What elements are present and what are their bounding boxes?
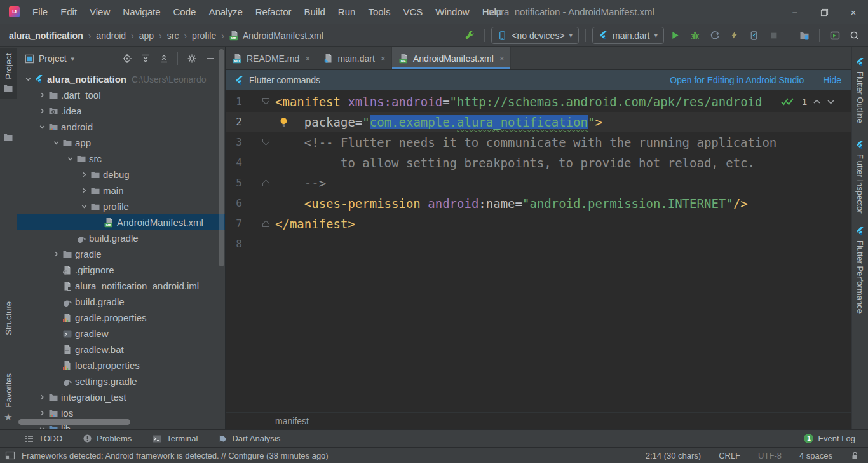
- tree-item-main[interactable]: main: [17, 183, 225, 198]
- tree-item-debug[interactable]: debug: [17, 167, 225, 183]
- tree-item-gradlew-bat[interactable]: gradlew.bat: [17, 342, 225, 357]
- chevron-closed-icon[interactable]: [78, 183, 90, 198]
- intention-bulb-icon[interactable]: [279, 117, 288, 127]
- open-in-android-studio-link[interactable]: Open for Editing in Android Studio: [670, 75, 804, 85]
- breadcrumb-item[interactable]: src: [167, 31, 179, 41]
- tree-item-app[interactable]: app: [17, 135, 225, 151]
- sidebar-tab-project[interactable]: Project: [0, 48, 17, 99]
- tree-item-androidmanifest-xml[interactable]: MFAndroidManifest.xml: [17, 214, 225, 230]
- menu-analyze[interactable]: Analyze: [202, 0, 248, 24]
- debug-button[interactable]: [686, 27, 703, 44]
- line-ending[interactable]: CRLF: [719, 451, 740, 460]
- chevron-closed-icon[interactable]: [36, 389, 48, 405]
- project-view-selector[interactable]: Project ▾: [25, 53, 74, 64]
- indent-setting[interactable]: 4 spaces: [799, 451, 832, 460]
- tree-item-profile[interactable]: profile: [17, 198, 225, 214]
- tree-item--dart-tool[interactable]: .dart_tool: [17, 87, 225, 103]
- code-line-6[interactable]: 6 <uses-permission android:name="android…: [226, 193, 851, 214]
- code-line-4[interactable]: 4 to allow setting breakpoints, to provi…: [226, 153, 851, 173]
- breadcrumb-item[interactable]: profile: [192, 31, 216, 41]
- chevron-open-icon[interactable]: [36, 119, 48, 135]
- collapse-all-button[interactable]: [155, 50, 172, 67]
- encoding[interactable]: UTF-8: [758, 451, 782, 460]
- breadcrumb-item[interactable]: android: [96, 31, 126, 41]
- fold-close-icon[interactable]: [262, 179, 270, 187]
- breadcrumb-item[interactable]: app: [139, 31, 154, 41]
- toolwindow-button-problems[interactable]: Problems: [83, 434, 132, 443]
- run-button[interactable]: [667, 27, 684, 44]
- chevron-closed-icon[interactable]: [78, 167, 90, 183]
- breadcrumb-item[interactable]: alura_notification: [9, 31, 83, 41]
- chevron-closed-icon[interactable]: [36, 103, 48, 119]
- run-config-selector[interactable]: main.dart ▾: [592, 27, 664, 44]
- code-line-2[interactable]: 2 package="com.example.alura_notificatio…: [226, 112, 851, 132]
- menu-run[interactable]: Run: [332, 0, 362, 24]
- run-anything-button[interactable]: [826, 27, 843, 44]
- event-log-button[interactable]: 1Event Log: [804, 434, 855, 443]
- tool-stripe-icon[interactable]: [0, 132, 17, 142]
- menu-vcs[interactable]: VCS: [397, 0, 429, 24]
- fold-close-icon[interactable]: [262, 219, 270, 228]
- tab-androidmanifest-xml[interactable]: MFAndroidManifest.xml×: [392, 47, 511, 69]
- sidebar-tab-flutter-outline[interactable]: Flutter Outline: [852, 57, 868, 123]
- close-icon[interactable]: ×: [305, 53, 310, 64]
- hide-panel-button[interactable]: [201, 50, 219, 67]
- device-selector[interactable]: <no devices> ▾: [491, 27, 579, 44]
- tree-item-gradle-properties[interactable]: gradle.properties: [17, 310, 225, 326]
- tree-item-integration-test[interactable]: integration_test: [17, 389, 225, 405]
- menu-code[interactable]: Code: [167, 0, 203, 24]
- profile-button[interactable]: [706, 27, 723, 44]
- menu-navigate[interactable]: Navigate: [116, 0, 166, 24]
- toolwindow-button-terminal[interactable]: Terminal: [152, 434, 198, 444]
- menu-refactor[interactable]: Refactor: [249, 0, 298, 24]
- toggle-toolwindows-icon[interactable]: [5, 450, 15, 460]
- minimize-button[interactable]: −: [780, 0, 810, 24]
- code-editor[interactable]: 1 1<manifest xmlns:android="http://schem…: [226, 90, 851, 412]
- code-line-7[interactable]: 7</manifest>: [226, 214, 851, 234]
- tree-item-src[interactable]: src: [17, 151, 225, 167]
- chevron-closed-icon[interactable]: [36, 87, 48, 103]
- settings-button[interactable]: [183, 50, 200, 67]
- close-icon[interactable]: ×: [499, 53, 505, 64]
- code-line-5[interactable]: 5 -->: [226, 173, 851, 193]
- caret-position[interactable]: 2:14 (30 chars): [646, 451, 701, 460]
- fold-open-icon[interactable]: [262, 138, 270, 146]
- chevron-open-icon[interactable]: [22, 71, 34, 87]
- tree-item-build-gradle[interactable]: build.gradle: [17, 230, 225, 246]
- sidebar-tab-flutter-inspector[interactable]: Flutter Inspector: [852, 140, 868, 214]
- breadcrumb-item[interactable]: MFAndroidManifest.xml: [229, 31, 323, 41]
- chevron-closed-icon[interactable]: [50, 246, 62, 262]
- close-button[interactable]: ×: [839, 0, 868, 24]
- menu-edit[interactable]: Edit: [54, 0, 83, 24]
- device-file-explorer-button[interactable]: [796, 27, 813, 44]
- toolwindow-button-todo[interactable]: TODO: [24, 434, 62, 444]
- locate-file-button[interactable]: [118, 50, 135, 67]
- code-line-8[interactable]: 8: [226, 234, 851, 254]
- hide-notification-link[interactable]: Hide: [823, 75, 841, 85]
- fold-open-icon[interactable]: [262, 97, 270, 106]
- tree-item-alura-notification-android-iml[interactable]: alura_notification_android.iml: [17, 278, 225, 294]
- menu-tools[interactable]: Tools: [362, 0, 397, 24]
- tree-item-build-gradle[interactable]: build.gradle: [17, 294, 225, 310]
- chevron-open-icon[interactable]: [78, 198, 90, 214]
- tab-main-dart[interactable]: main.dart×: [316, 47, 392, 69]
- flutter-attach-button[interactable]: [745, 27, 763, 44]
- toolwindow-button-dart-analysis[interactable]: Dart Analysis: [218, 434, 280, 443]
- chevron-open-icon[interactable]: [64, 151, 76, 167]
- tree-item-android[interactable]: android: [17, 119, 225, 135]
- close-icon[interactable]: ×: [381, 53, 386, 64]
- sidebar-tab-flutter-performance[interactable]: Flutter Performance: [852, 226, 868, 314]
- menu-build[interactable]: Build: [297, 0, 331, 24]
- breadcrumb-manifest[interactable]: manifest: [275, 416, 309, 426]
- sidebar-tab-structure[interactable]: Structure: [0, 301, 17, 340]
- tree-item--gitignore[interactable]: .gitignore: [17, 262, 225, 278]
- code-line-3[interactable]: 3 <!-- Flutter needs it to communicate w…: [226, 132, 851, 153]
- expand-all-button[interactable]: [137, 50, 154, 67]
- tree-item-alura-notification[interactable]: alura_notificationC:\Users\Leonardo: [17, 71, 225, 87]
- tree-item-local-properties[interactable]: local.properties: [17, 357, 225, 373]
- hot-reload-button[interactable]: [726, 27, 743, 44]
- restore-button[interactable]: [810, 0, 839, 24]
- search-everywhere-button[interactable]: [846, 27, 863, 44]
- code-line-1[interactable]: 1<manifest xmlns:android="http://schemas…: [226, 92, 851, 112]
- sidebar-tab-favorites[interactable]: Favorites ★: [0, 373, 17, 423]
